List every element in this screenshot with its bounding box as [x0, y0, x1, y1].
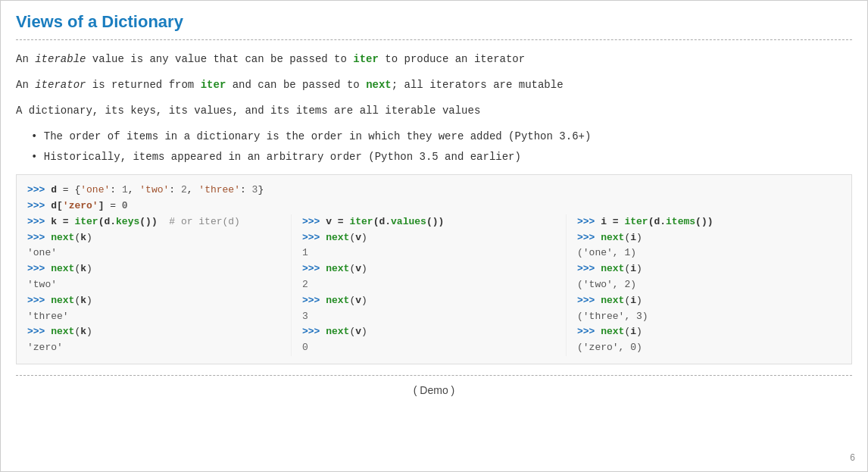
demo-label: ( Demo ) [414, 384, 454, 396]
keys-output-1: 'one' [27, 245, 283, 261]
code-col-items: >>> i = iter(d.items()) >>> next(i) ('on… [566, 214, 841, 356]
next-keyword-1: next [366, 79, 392, 91]
slide-title: Views of a Dictionary [16, 8, 852, 40]
paragraph-dictionary: A dictionary, its keys, its values, and … [16, 102, 852, 120]
code-col-keys: >>> k = iter(d.keys()) # or iter(d) >>> … [27, 214, 291, 356]
bullet-list: The order of items in a dictionary is th… [31, 128, 852, 167]
prompt-1: >>> [27, 184, 45, 195]
slide-container: Views of a Dictionary An iterable value … [0, 0, 868, 472]
items-line-5: >>> next(i) [577, 324, 833, 340]
prompt-2: >>> [27, 200, 45, 211]
values-output-4: 0 [302, 340, 558, 356]
keys-line-5: >>> next(k) [27, 324, 283, 340]
code-columns: >>> k = iter(d.keys()) # or iter(d) >>> … [27, 214, 841, 356]
keys-line-3: >>> next(k) [27, 261, 283, 277]
items-output-2: ('two', 2) [577, 277, 833, 293]
values-line-3: >>> next(v) [302, 261, 558, 277]
keys-output-3: 'three' [27, 309, 283, 325]
items-output-4: ('zero', 0) [577, 340, 833, 356]
keys-line-2: >>> next(k) [27, 230, 283, 246]
values-line-1: >>> v = iter(d.values()) [302, 214, 558, 230]
code-col-values: >>> v = iter(d.values()) >>> next(v) 1 >… [291, 214, 566, 356]
paragraph-iterable: An iterable value is any value that can … [16, 51, 852, 69]
items-output-1: ('one', 1) [577, 245, 833, 261]
keys-line-4: >>> next(k) [27, 293, 283, 309]
values-output-2: 2 [302, 277, 558, 293]
keys-line-1: >>> k = iter(d.keys()) # or iter(d) [27, 214, 283, 230]
values-line-2: >>> next(v) [302, 230, 558, 246]
iter-keyword-2: iter [201, 79, 226, 91]
slide-number: 6 [850, 451, 855, 465]
items-output-3: ('three', 3) [577, 309, 833, 325]
footer-demo: ( Demo ) [16, 375, 852, 399]
items-line-2: >>> next(i) [577, 230, 833, 246]
keys-output-4: 'zero' [27, 340, 283, 356]
values-line-4: >>> next(v) [302, 293, 558, 309]
code-setup-line-1: >>> d = {'one': 1, 'two': 2, 'three': 3} [27, 183, 841, 198]
code-block: >>> d = {'one': 1, 'two': 2, 'three': 3}… [16, 174, 852, 364]
bullet-item-1: The order of items in a dictionary is th… [31, 128, 852, 146]
iter-keyword-1: iter [353, 53, 379, 65]
items-line-3: >>> next(i) [577, 261, 833, 277]
bullet-item-2: Historically, items appeared in an arbit… [31, 148, 852, 167]
items-line-4: >>> next(i) [577, 293, 833, 309]
paragraph-iterator: An iterator is returned from iter and ca… [16, 77, 852, 95]
keys-output-2: 'two' [27, 277, 283, 293]
values-line-5: >>> next(v) [302, 324, 558, 340]
items-line-1: >>> i = iter(d.items()) [577, 214, 833, 230]
values-output-1: 1 [302, 245, 558, 261]
values-output-3: 3 [302, 309, 558, 325]
code-setup-line-2: >>> d['zero'] = 0 [27, 198, 841, 214]
